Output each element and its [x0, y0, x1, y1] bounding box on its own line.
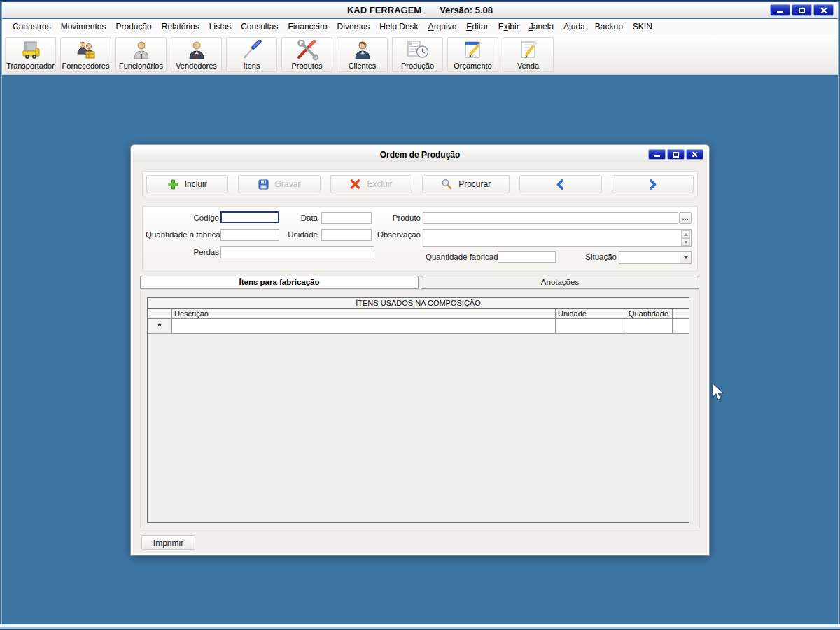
grid-row-selector: * — [148, 319, 172, 333]
dialog-minimize-button[interactable] — [648, 149, 666, 160]
observacao-scroll-up[interactable] — [681, 230, 690, 238]
menu-arquivo[interactable]: Arquivo — [424, 19, 462, 34]
salesman-icon — [185, 40, 209, 61]
unidade-label: Unidade — [248, 229, 318, 241]
quantidade-fabricado-label: Quantidade fabricado — [426, 251, 496, 263]
minimize-icon — [654, 155, 660, 157]
menu-diversos[interactable]: Diversos — [332, 19, 375, 34]
mouse-cursor — [711, 382, 724, 402]
menu-movimentos[interactable]: Movimentos — [56, 19, 111, 34]
truck-icon — [19, 40, 43, 61]
composition-grid[interactable]: ÍTENS USADOS NA COMPOSIÇÃO Descrição Uni… — [147, 298, 690, 523]
main-window-controls — [770, 4, 834, 16]
menu-exibir[interactable]: Exibir — [493, 19, 524, 34]
production-clock-icon — [406, 40, 430, 61]
observacao-textarea[interactable] — [423, 229, 692, 247]
tab-itens-para-fabricacao[interactable]: Ítens para fabricação — [140, 276, 419, 289]
grid-header-selector — [148, 309, 172, 318]
perdas-input[interactable] — [220, 246, 374, 258]
menu-financeiro[interactable]: Financeiro — [284, 19, 332, 34]
gravar-button[interactable]: Gravar — [238, 175, 320, 193]
incluir-button[interactable]: Incluir — [146, 175, 228, 193]
toolbar-produtos-button[interactable]: Produtos — [281, 37, 332, 72]
toolbar-producao-button[interactable]: Produção — [392, 37, 443, 72]
procurar-button[interactable]: Procurar — [422, 175, 510, 193]
grid-header-quantidade: Quantidade — [626, 309, 673, 318]
menu-editar[interactable]: Editar — [461, 19, 493, 34]
window-border-left — [0, 2, 2, 630]
menu-backup[interactable]: Backup — [590, 19, 628, 34]
toolbar-vendedores-button[interactable]: Vendedores — [171, 37, 222, 72]
toolbar-itens-button[interactable]: Ítens — [226, 37, 277, 72]
chevron-right-icon — [648, 179, 658, 190]
situacao-label: Situação — [547, 251, 617, 263]
employee-icon — [130, 40, 153, 61]
situacao-combobox[interactable] — [619, 251, 692, 264]
next-record-button[interactable] — [612, 175, 694, 193]
grid-header-descricao: Descrição — [172, 309, 556, 318]
client-icon — [351, 40, 374, 61]
toolbar-label: Ítens — [244, 62, 260, 70]
toolbar-label: Orçamento — [454, 62, 491, 70]
toolbar-label: Transportador — [6, 62, 55, 70]
data-label: Data — [248, 212, 318, 224]
menu-cadastros[interactable]: Cadastros — [8, 19, 56, 34]
dialog-titlebar[interactable]: Ordem de Produção — [133, 147, 707, 162]
menu-janela[interactable]: Janela — [524, 19, 559, 34]
imprimir-button[interactable]: Imprimir — [141, 536, 195, 550]
chevron-left-icon — [555, 179, 566, 190]
toolbar-funcionarios-button[interactable]: Funcionários — [115, 37, 167, 72]
maximize-icon — [673, 152, 679, 158]
dialog-window-controls — [648, 149, 704, 160]
dialog-close-button[interactable] — [686, 149, 704, 160]
produto-browse-button[interactable]: ... — [679, 212, 692, 224]
grid-new-row[interactable]: * — [148, 319, 689, 334]
maximize-button[interactable] — [792, 4, 812, 16]
grid-cell-filler — [673, 319, 689, 333]
grid-cell-quantidade[interactable] — [626, 319, 673, 333]
imprimir-label: Imprimir — [153, 538, 183, 548]
toolbar-label: Fornecedores — [62, 62, 110, 70]
menu-producao[interactable]: Produção — [111, 19, 156, 34]
menu-bar: Cadastros Movimentos Produção Relatórios… — [2, 19, 838, 34]
tools-icon — [295, 40, 319, 61]
dialog-maximize-button[interactable] — [667, 149, 685, 160]
gravar-label: Gravar — [275, 179, 301, 189]
screwdriver-icon — [240, 40, 264, 61]
minimize-button[interactable] — [770, 4, 790, 16]
menu-skin[interactable]: SKIN — [628, 19, 657, 34]
dialog-form-panel: Codigo Data Produto ... Quantidade a fab… — [142, 206, 698, 272]
observacao-label: Observação — [351, 229, 421, 241]
arrow-down-icon — [684, 241, 688, 244]
suppliers-icon — [74, 40, 98, 61]
codigo-label: Codigo — [146, 212, 219, 224]
produto-input[interactable] — [423, 212, 678, 224]
observacao-scroll-down[interactable] — [681, 238, 690, 246]
toolbar-transportador-button[interactable]: Transportador — [5, 37, 56, 72]
incluir-label: Incluir — [185, 179, 207, 189]
combo-dropdown-button[interactable] — [680, 252, 691, 263]
delete-x-icon — [350, 179, 360, 189]
save-floppy-icon — [258, 179, 269, 190]
grid-cell-unidade[interactable] — [556, 319, 626, 333]
grid-cell-descricao[interactable] — [172, 319, 556, 333]
toolbar-venda-button[interactable]: Venda — [503, 37, 554, 72]
menu-help-desk[interactable]: Help Desk — [374, 19, 423, 34]
toolbar-clientes-button[interactable]: Clientes — [337, 37, 388, 72]
grid-title: ÍTENS USADOS NA COMPOSIÇÃO — [148, 298, 689, 309]
toolbar-fornecedores-button[interactable]: Fornecedores — [60, 37, 111, 72]
app-version: Versão: 5.08 — [440, 5, 493, 15]
excluir-button[interactable]: Excluir — [330, 175, 412, 193]
previous-record-button[interactable] — [519, 175, 601, 193]
excluir-label: Excluir — [367, 179, 392, 189]
menu-listas[interactable]: Listas — [204, 19, 236, 34]
perdas-label: Perdas — [146, 246, 219, 258]
menu-consultas[interactable]: Consultas — [236, 19, 283, 34]
menu-relatorios[interactable]: Relatórios — [157, 19, 204, 34]
toolbar-label: Vendedores — [176, 62, 217, 70]
menu-ajuda[interactable]: Ajuda — [559, 19, 590, 34]
tab-anotacoes[interactable]: Anotações — [421, 276, 699, 289]
toolbar-orcamento-button[interactable]: Orçamento — [447, 37, 498, 72]
close-button[interactable] — [813, 4, 834, 16]
chevron-down-icon — [684, 256, 688, 259]
